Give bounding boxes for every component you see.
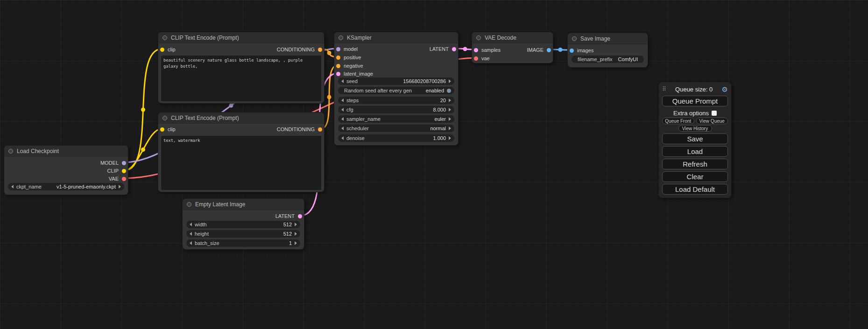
output-dot-vae[interactable]	[122, 177, 126, 181]
input-dot-positive[interactable]	[336, 56, 340, 60]
scheduler-widget[interactable]: scheduler normal	[338, 125, 454, 132]
input-dot-clip[interactable]	[160, 127, 164, 132]
refresh-button[interactable]: Refresh	[662, 159, 728, 169]
output-slot-model[interactable]: MODEL	[100, 160, 126, 166]
collapse-toggle-icon[interactable]	[8, 149, 13, 154]
load-button[interactable]: Load	[662, 146, 728, 157]
output-slot-conditioning[interactable]: CONDITIONING	[277, 126, 322, 133]
batch-size-widget[interactable]: batch_size 1	[186, 239, 300, 247]
output-slot-latent[interactable]: LATENT	[275, 213, 302, 219]
output-slot-image[interactable]: IMAGE	[527, 47, 551, 53]
increment-arrow-icon[interactable]	[295, 232, 297, 236]
output-slot-latent[interactable]: LATENT	[430, 46, 456, 52]
increment-arrow-icon[interactable]	[119, 185, 121, 189]
output-dot-conditioning[interactable]	[318, 48, 322, 52]
output-dot-image[interactable]	[547, 48, 551, 52]
input-slot-samples[interactable]: samples	[474, 47, 501, 53]
input-dot-images[interactable]	[570, 49, 574, 53]
node-vae-decode[interactable]: VAE Decode samples vae IMAGE	[472, 32, 553, 63]
queue-front-button[interactable]: Queue Front	[662, 118, 694, 124]
input-slot-negative[interactable]: negative	[336, 63, 363, 69]
node-title-bar[interactable]: CLIP Text Encode (Prompt)	[158, 32, 324, 43]
view-history-button[interactable]: View History	[678, 125, 712, 132]
cfg-widget[interactable]: cfg 8.000	[338, 106, 454, 113]
seed-widget[interactable]: seed 156680208700286	[338, 77, 454, 85]
collapse-toggle-icon[interactable]	[162, 35, 167, 40]
filename-prefix-widget[interactable]: filename_prefix ComfyUI	[572, 56, 644, 63]
random-seed-toggle-widget[interactable]: Random seed after every gen enabled	[338, 87, 454, 94]
input-dot-negative[interactable]	[336, 64, 340, 68]
node-clip-text-encode-positive[interactable]: CLIP Text Encode (Prompt) clip CONDITION…	[158, 32, 325, 104]
input-slot-model[interactable]: model	[336, 46, 358, 52]
input-slot-latent-image[interactable]: latent_image	[336, 70, 373, 77]
node-graph-canvas[interactable]: Load Checkpoint MODEL CLIP VAE ckpt_name…	[0, 0, 868, 329]
decrement-arrow-icon[interactable]	[341, 126, 344, 130]
input-slot-vae[interactable]: vae	[474, 55, 490, 62]
collapse-toggle-icon[interactable]	[476, 35, 481, 40]
view-queue-button[interactable]: View Queue	[696, 118, 728, 124]
input-slot-clip[interactable]: clip	[160, 46, 176, 53]
increment-arrow-icon[interactable]	[449, 117, 451, 121]
decrement-arrow-icon[interactable]	[190, 232, 192, 236]
input-dot-samples[interactable]	[474, 48, 478, 52]
decrement-arrow-icon[interactable]	[341, 117, 344, 121]
output-slot-clip[interactable]: CLIP	[107, 168, 126, 174]
height-widget[interactable]: height 512	[186, 230, 300, 238]
input-dot-latent-image[interactable]	[336, 72, 340, 76]
negative-prompt-textarea[interactable]: text, watermark	[161, 136, 321, 190]
decrement-arrow-icon[interactable]	[190, 223, 192, 226]
collapse-toggle-icon[interactable]	[572, 36, 577, 41]
node-title-bar[interactable]: Load Checkpoint	[4, 146, 128, 157]
node-title-bar[interactable]: Empty Latent Image	[183, 199, 304, 210]
input-dot-clip[interactable]	[160, 48, 164, 52]
node-title-bar[interactable]: KSampler	[334, 32, 458, 43]
sampler-name-widget[interactable]: sampler_name euler	[338, 115, 454, 123]
ckpt-name-widget[interactable]: ckpt_name v1-5-pruned-emaonly.ckpt	[8, 183, 124, 190]
decrement-arrow-icon[interactable]	[341, 136, 344, 140]
increment-arrow-icon[interactable]	[449, 108, 451, 112]
drag-handle-icon[interactable]: ⠿	[662, 86, 666, 92]
node-save-image[interactable]: Save Image images filename_prefix ComfyU…	[567, 33, 648, 68]
load-default-button[interactable]: Load Default	[662, 184, 728, 195]
input-slot-positive[interactable]: positive	[336, 54, 361, 61]
decrement-arrow-icon[interactable]	[11, 185, 14, 189]
output-slot-conditioning[interactable]: CONDITIONING	[277, 46, 322, 53]
collapse-toggle-icon[interactable]	[187, 202, 191, 207]
output-dot-latent[interactable]	[452, 47, 456, 51]
input-slot-images[interactable]: images	[570, 47, 593, 54]
decrement-arrow-icon[interactable]	[341, 79, 344, 83]
input-dot-vae[interactable]	[474, 56, 478, 61]
output-dot-model[interactable]	[122, 161, 126, 165]
node-empty-latent-image[interactable]: Empty Latent Image LATENT width 512 heig…	[182, 198, 304, 250]
input-dot-model[interactable]	[336, 47, 340, 51]
toggle-indicator-dot[interactable]	[447, 89, 451, 93]
node-load-checkpoint[interactable]: Load Checkpoint MODEL CLIP VAE ckpt_name…	[4, 145, 128, 195]
collapse-toggle-icon[interactable]	[339, 35, 343, 40]
save-button[interactable]: Save	[662, 133, 728, 144]
node-clip-text-encode-negative[interactable]: CLIP Text Encode (Prompt) clip CONDITION…	[158, 112, 325, 192]
increment-arrow-icon[interactable]	[295, 241, 297, 245]
queue-prompt-button[interactable]: Queue Prompt	[662, 96, 728, 106]
node-title-bar[interactable]: CLIP Text Encode (Prompt)	[158, 112, 324, 124]
node-title-bar[interactable]: Save Image	[568, 33, 648, 44]
increment-arrow-icon[interactable]	[449, 98, 451, 102]
input-slot-clip[interactable]: clip	[160, 126, 176, 133]
output-dot-latent[interactable]	[298, 214, 302, 218]
output-slot-vae[interactable]: VAE	[109, 175, 126, 182]
increment-arrow-icon[interactable]	[449, 136, 451, 140]
extra-options-checkbox[interactable]	[712, 111, 717, 116]
width-widget[interactable]: width 512	[186, 221, 300, 228]
clear-button[interactable]: Clear	[662, 171, 728, 182]
node-title-bar[interactable]: VAE Decode	[472, 32, 553, 43]
output-dot-conditioning[interactable]	[318, 127, 322, 132]
node-ksampler[interactable]: KSampler model positive negative latent_…	[334, 32, 459, 146]
settings-gear-icon[interactable]: ⚙	[722, 86, 728, 93]
decrement-arrow-icon[interactable]	[341, 108, 344, 112]
increment-arrow-icon[interactable]	[449, 126, 451, 130]
positive-prompt-textarea[interactable]: beautiful scenery nature glass bottle la…	[161, 56, 321, 101]
decrement-arrow-icon[interactable]	[190, 241, 192, 245]
increment-arrow-icon[interactable]	[449, 79, 451, 83]
output-dot-clip[interactable]	[122, 169, 126, 173]
denoise-widget[interactable]: denoise 1.000	[338, 134, 454, 142]
increment-arrow-icon[interactable]	[295, 223, 297, 226]
